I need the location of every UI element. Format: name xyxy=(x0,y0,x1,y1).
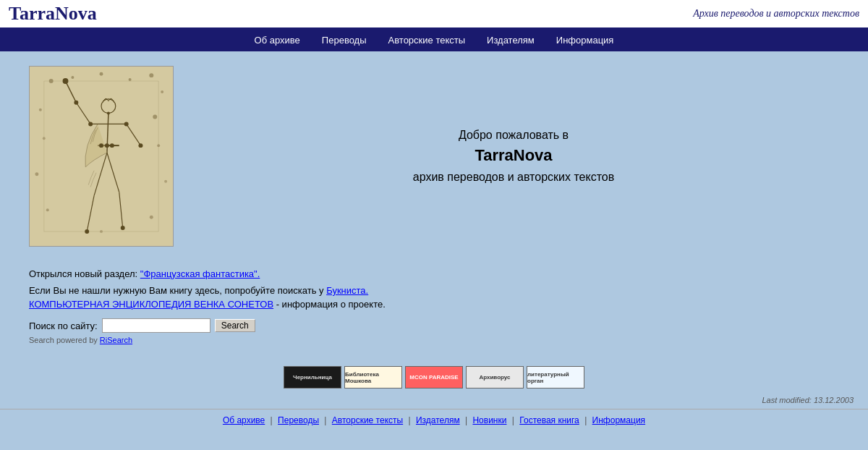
separator: | xyxy=(465,415,467,425)
search-label: Поиск по сайту: xyxy=(29,320,98,331)
footer-nav-original[interactable]: Авторские тексты xyxy=(332,415,403,425)
svg-point-15 xyxy=(150,216,153,219)
svg-point-6 xyxy=(149,73,153,77)
banner-moshkov[interactable]: Библиотека Мошкова xyxy=(344,366,402,389)
partner-banners: Чернильница Библиотека Мошкова МCON PARA… xyxy=(0,366,868,389)
banner-archivorus[interactable]: Архиворус xyxy=(466,366,524,389)
svg-point-35 xyxy=(99,143,103,148)
banner-label: Архиворус xyxy=(479,374,510,381)
banner-label: МCON PARADISE xyxy=(409,374,458,381)
find-line: Если Вы не нашли нужную Вам книгу здесь,… xyxy=(29,285,839,296)
last-modified: Last modified: 13.12.2003 xyxy=(0,396,868,404)
main-navigation: Об архиве Переводы Авторские тексты Изда… xyxy=(0,29,868,51)
left-column xyxy=(29,66,174,247)
nav-original[interactable]: Авторские тексты xyxy=(388,35,466,46)
search-powered: Search powered by RiSearch xyxy=(29,336,839,344)
news-line: Открылся новый раздел: "Французская фант… xyxy=(29,268,839,279)
svg-point-38 xyxy=(63,78,69,84)
search-input[interactable] xyxy=(102,318,210,333)
buknist-link[interactable]: Букниста. xyxy=(326,285,368,296)
banner-label: литературный орган xyxy=(527,371,584,384)
right-column: Добро пожаловать в TarraNova архив перев… xyxy=(188,66,839,247)
svg-point-8 xyxy=(39,109,42,111)
french-fantasy-link[interactable]: "Французская фантастика". xyxy=(140,268,260,279)
search-row: Поиск по сайту: Search xyxy=(29,318,839,333)
powered-prefix: Search powered by xyxy=(29,336,100,344)
footer-navigation: Об архиве | Переводы | Авторские тексты … xyxy=(0,409,868,431)
svg-point-39 xyxy=(74,101,78,105)
separator: | xyxy=(512,415,514,425)
footer-nav-new[interactable]: Новинки xyxy=(472,415,506,425)
find-prefix: Если Вы не нашли нужную Вам книгу здесь,… xyxy=(29,285,326,296)
svg-point-41 xyxy=(85,229,89,234)
logo-nova: Nova xyxy=(55,3,97,24)
news-prefix: Открылся новый раздел: xyxy=(29,268,140,279)
nav-translations[interactable]: Переводы xyxy=(322,35,367,46)
footer-nav-about[interactable]: Об архиве xyxy=(223,415,265,425)
footer-nav-translations[interactable]: Переводы xyxy=(278,415,319,425)
banner-litorgan[interactable]: литературный орган xyxy=(527,366,584,389)
nav-about[interactable]: Об архиве xyxy=(255,35,300,46)
search-button[interactable]: Search xyxy=(215,319,255,332)
svg-point-13 xyxy=(164,180,167,183)
banner-mcon[interactable]: МCON PARADISE xyxy=(405,366,463,389)
banner-label: Библиотека Мошкова xyxy=(345,371,401,384)
svg-point-5 xyxy=(129,78,132,81)
footer-nav-guestbook[interactable]: Гостевая книга xyxy=(519,415,579,425)
separator: | xyxy=(584,415,587,425)
separator: | xyxy=(409,415,411,425)
welcome-site-name: TarraNova xyxy=(475,146,552,165)
banner-label: Чернильница xyxy=(293,374,332,381)
logo-tarra: Tarra xyxy=(9,3,55,24)
svg-point-32 xyxy=(88,122,93,126)
risearch-link[interactable]: RiSearch xyxy=(100,336,132,344)
svg-point-7 xyxy=(161,90,163,93)
svg-point-3 xyxy=(71,76,74,79)
nav-publishers[interactable]: Издателям xyxy=(487,35,535,46)
svg-point-14 xyxy=(46,208,49,211)
encyclopedia-suffix: - информация о проекте. xyxy=(273,299,386,310)
constellation-image xyxy=(29,66,174,247)
separator: | xyxy=(324,415,326,425)
svg-point-40 xyxy=(138,143,142,148)
footer-nav-info[interactable]: Информация xyxy=(592,415,645,425)
encyclopedia-link[interactable]: КОМПЬЮТЕРНАЯ ЭНЦИКЛОПЕДИЯ ВЕНКА СОНЕТОВ xyxy=(29,299,273,310)
svg-point-42 xyxy=(121,226,125,230)
bottom-section: Открылся новый раздел: "Французская фант… xyxy=(0,261,868,352)
svg-point-36 xyxy=(110,143,114,148)
svg-point-4 xyxy=(100,72,103,76)
site-tagline: Архив переводов и авторских текстов xyxy=(693,8,859,20)
svg-point-34 xyxy=(107,112,110,115)
separator: | xyxy=(271,415,273,425)
main-content: Добро пожаловать в TarraNova архив перев… xyxy=(0,51,868,261)
welcome-line1: Добро пожаловать в xyxy=(459,129,569,142)
svg-point-9 xyxy=(153,115,157,119)
banner-chernilnitsa[interactable]: Чернильница xyxy=(284,366,341,389)
svg-point-37 xyxy=(105,143,109,148)
site-header: TarraNova Архив переводов и авторских те… xyxy=(0,0,868,29)
svg-point-33 xyxy=(124,122,129,126)
encyclopedia-line: КОМПЬЮТЕРНАЯ ЭНЦИКЛОПЕДИЯ ВЕНКА СОНЕТОВ … xyxy=(29,299,839,310)
footer-nav-publishers[interactable]: Издателям xyxy=(416,415,460,425)
site-logo[interactable]: TarraNova xyxy=(9,3,97,25)
welcome-description: архив переводов и авторских текстов xyxy=(413,171,614,184)
svg-point-12 xyxy=(35,172,38,176)
nav-info[interactable]: Информация xyxy=(556,35,614,46)
